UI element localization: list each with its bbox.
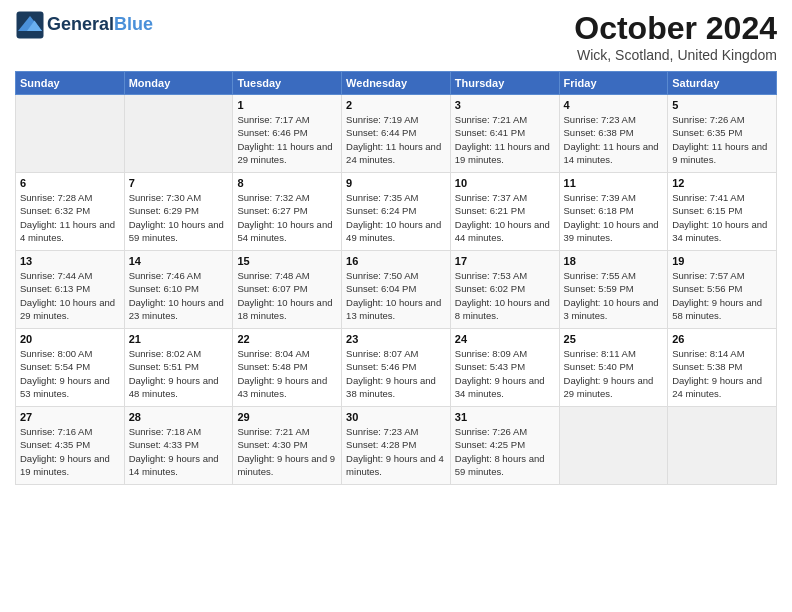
weekday-header-tuesday: Tuesday xyxy=(233,72,342,95)
day-number: 12 xyxy=(672,177,772,189)
day-detail: Sunrise: 7:41 AMSunset: 6:15 PMDaylight:… xyxy=(672,191,772,244)
day-number: 5 xyxy=(672,99,772,111)
day-detail: Sunrise: 7:17 AMSunset: 6:46 PMDaylight:… xyxy=(237,113,337,166)
day-number: 1 xyxy=(237,99,337,111)
day-detail: Sunrise: 7:35 AMSunset: 6:24 PMDaylight:… xyxy=(346,191,446,244)
day-detail: Sunrise: 7:44 AMSunset: 6:13 PMDaylight:… xyxy=(20,269,120,322)
month-title: October 2024 xyxy=(574,10,777,47)
calendar-cell: 29Sunrise: 7:21 AMSunset: 4:30 PMDayligh… xyxy=(233,407,342,485)
day-detail: Sunrise: 7:23 AMSunset: 4:28 PMDaylight:… xyxy=(346,425,446,478)
weekday-header-thursday: Thursday xyxy=(450,72,559,95)
calendar-cell: 5Sunrise: 7:26 AMSunset: 6:35 PMDaylight… xyxy=(668,95,777,173)
calendar-cell: 26Sunrise: 8:14 AMSunset: 5:38 PMDayligh… xyxy=(668,329,777,407)
day-number: 9 xyxy=(346,177,446,189)
calendar-cell: 28Sunrise: 7:18 AMSunset: 4:33 PMDayligh… xyxy=(124,407,233,485)
day-detail: Sunrise: 8:02 AMSunset: 5:51 PMDaylight:… xyxy=(129,347,229,400)
day-detail: Sunrise: 7:48 AMSunset: 6:07 PMDaylight:… xyxy=(237,269,337,322)
title-block: October 2024 Wick, Scotland, United King… xyxy=(574,10,777,63)
day-number: 4 xyxy=(564,99,664,111)
day-number: 10 xyxy=(455,177,555,189)
day-detail: Sunrise: 7:21 AMSunset: 6:41 PMDaylight:… xyxy=(455,113,555,166)
day-detail: Sunrise: 7:30 AMSunset: 6:29 PMDaylight:… xyxy=(129,191,229,244)
day-detail: Sunrise: 7:32 AMSunset: 6:27 PMDaylight:… xyxy=(237,191,337,244)
day-detail: Sunrise: 7:26 AMSunset: 4:25 PMDaylight:… xyxy=(455,425,555,478)
calendar-cell xyxy=(559,407,668,485)
calendar-week-row: 13Sunrise: 7:44 AMSunset: 6:13 PMDayligh… xyxy=(16,251,777,329)
calendar-cell: 27Sunrise: 7:16 AMSunset: 4:35 PMDayligh… xyxy=(16,407,125,485)
calendar-cell: 7Sunrise: 7:30 AMSunset: 6:29 PMDaylight… xyxy=(124,173,233,251)
day-number: 28 xyxy=(129,411,229,423)
calendar-table: SundayMondayTuesdayWednesdayThursdayFrid… xyxy=(15,71,777,485)
day-detail: Sunrise: 7:37 AMSunset: 6:21 PMDaylight:… xyxy=(455,191,555,244)
day-detail: Sunrise: 8:04 AMSunset: 5:48 PMDaylight:… xyxy=(237,347,337,400)
calendar-cell: 25Sunrise: 8:11 AMSunset: 5:40 PMDayligh… xyxy=(559,329,668,407)
day-number: 11 xyxy=(564,177,664,189)
day-detail: Sunrise: 8:09 AMSunset: 5:43 PMDaylight:… xyxy=(455,347,555,400)
day-number: 7 xyxy=(129,177,229,189)
location: Wick, Scotland, United Kingdom xyxy=(574,47,777,63)
day-detail: Sunrise: 7:55 AMSunset: 5:59 PMDaylight:… xyxy=(564,269,664,322)
day-number: 3 xyxy=(455,99,555,111)
logo-text: GeneralBlue xyxy=(47,15,153,35)
logo-icon xyxy=(15,10,45,40)
day-detail: Sunrise: 7:28 AMSunset: 6:32 PMDaylight:… xyxy=(20,191,120,244)
calendar-cell: 4Sunrise: 7:23 AMSunset: 6:38 PMDaylight… xyxy=(559,95,668,173)
calendar-cell xyxy=(668,407,777,485)
day-number: 13 xyxy=(20,255,120,267)
calendar-cell: 13Sunrise: 7:44 AMSunset: 6:13 PMDayligh… xyxy=(16,251,125,329)
day-number: 27 xyxy=(20,411,120,423)
weekday-header-row: SundayMondayTuesdayWednesdayThursdayFrid… xyxy=(16,72,777,95)
calendar-cell xyxy=(16,95,125,173)
day-number: 22 xyxy=(237,333,337,345)
day-number: 19 xyxy=(672,255,772,267)
day-detail: Sunrise: 7:46 AMSunset: 6:10 PMDaylight:… xyxy=(129,269,229,322)
day-number: 8 xyxy=(237,177,337,189)
calendar-cell xyxy=(124,95,233,173)
day-detail: Sunrise: 7:39 AMSunset: 6:18 PMDaylight:… xyxy=(564,191,664,244)
weekday-header-monday: Monday xyxy=(124,72,233,95)
day-number: 20 xyxy=(20,333,120,345)
calendar-cell: 31Sunrise: 7:26 AMSunset: 4:25 PMDayligh… xyxy=(450,407,559,485)
calendar-cell: 18Sunrise: 7:55 AMSunset: 5:59 PMDayligh… xyxy=(559,251,668,329)
day-number: 14 xyxy=(129,255,229,267)
day-number: 21 xyxy=(129,333,229,345)
day-detail: Sunrise: 7:26 AMSunset: 6:35 PMDaylight:… xyxy=(672,113,772,166)
day-number: 6 xyxy=(20,177,120,189)
weekday-header-friday: Friday xyxy=(559,72,668,95)
day-detail: Sunrise: 8:00 AMSunset: 5:54 PMDaylight:… xyxy=(20,347,120,400)
day-number: 26 xyxy=(672,333,772,345)
day-number: 2 xyxy=(346,99,446,111)
day-detail: Sunrise: 7:18 AMSunset: 4:33 PMDaylight:… xyxy=(129,425,229,478)
weekday-header-wednesday: Wednesday xyxy=(342,72,451,95)
day-detail: Sunrise: 8:11 AMSunset: 5:40 PMDaylight:… xyxy=(564,347,664,400)
calendar-week-row: 27Sunrise: 7:16 AMSunset: 4:35 PMDayligh… xyxy=(16,407,777,485)
calendar-cell: 8Sunrise: 7:32 AMSunset: 6:27 PMDaylight… xyxy=(233,173,342,251)
day-detail: Sunrise: 7:57 AMSunset: 5:56 PMDaylight:… xyxy=(672,269,772,322)
logo: GeneralBlue xyxy=(15,10,153,40)
day-number: 18 xyxy=(564,255,664,267)
day-number: 31 xyxy=(455,411,555,423)
calendar-cell: 23Sunrise: 8:07 AMSunset: 5:46 PMDayligh… xyxy=(342,329,451,407)
day-detail: Sunrise: 7:53 AMSunset: 6:02 PMDaylight:… xyxy=(455,269,555,322)
calendar-cell: 15Sunrise: 7:48 AMSunset: 6:07 PMDayligh… xyxy=(233,251,342,329)
day-number: 29 xyxy=(237,411,337,423)
day-detail: Sunrise: 7:21 AMSunset: 4:30 PMDaylight:… xyxy=(237,425,337,478)
day-detail: Sunrise: 8:07 AMSunset: 5:46 PMDaylight:… xyxy=(346,347,446,400)
day-detail: Sunrise: 7:19 AMSunset: 6:44 PMDaylight:… xyxy=(346,113,446,166)
calendar-week-row: 1Sunrise: 7:17 AMSunset: 6:46 PMDaylight… xyxy=(16,95,777,173)
calendar-cell: 19Sunrise: 7:57 AMSunset: 5:56 PMDayligh… xyxy=(668,251,777,329)
day-number: 25 xyxy=(564,333,664,345)
calendar-cell: 22Sunrise: 8:04 AMSunset: 5:48 PMDayligh… xyxy=(233,329,342,407)
calendar-cell: 20Sunrise: 8:00 AMSunset: 5:54 PMDayligh… xyxy=(16,329,125,407)
day-detail: Sunrise: 7:50 AMSunset: 6:04 PMDaylight:… xyxy=(346,269,446,322)
day-detail: Sunrise: 7:16 AMSunset: 4:35 PMDaylight:… xyxy=(20,425,120,478)
calendar-cell: 17Sunrise: 7:53 AMSunset: 6:02 PMDayligh… xyxy=(450,251,559,329)
weekday-header-saturday: Saturday xyxy=(668,72,777,95)
day-number: 23 xyxy=(346,333,446,345)
calendar-cell: 10Sunrise: 7:37 AMSunset: 6:21 PMDayligh… xyxy=(450,173,559,251)
calendar-cell: 3Sunrise: 7:21 AMSunset: 6:41 PMDaylight… xyxy=(450,95,559,173)
calendar-cell: 6Sunrise: 7:28 AMSunset: 6:32 PMDaylight… xyxy=(16,173,125,251)
calendar-cell: 14Sunrise: 7:46 AMSunset: 6:10 PMDayligh… xyxy=(124,251,233,329)
day-number: 15 xyxy=(237,255,337,267)
calendar-cell: 12Sunrise: 7:41 AMSunset: 6:15 PMDayligh… xyxy=(668,173,777,251)
